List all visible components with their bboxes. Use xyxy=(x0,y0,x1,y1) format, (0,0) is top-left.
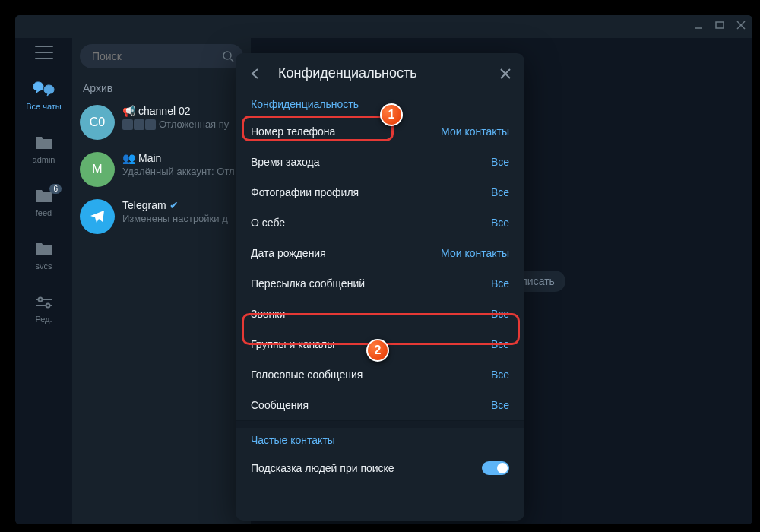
titlebar xyxy=(15,15,752,38)
setting-label: О себе xyxy=(251,217,285,229)
modal-header: Конфиденциальность xyxy=(236,53,524,92)
setting-value: Все xyxy=(491,217,509,229)
chats-icon xyxy=(33,81,55,99)
chat-title: Main xyxy=(138,152,161,164)
annotation-marker-1: 1 xyxy=(380,103,403,126)
setting-value: Мои контакты xyxy=(441,125,509,138)
svg-point-8 xyxy=(223,52,231,59)
group-icon: 👥 xyxy=(122,152,135,164)
search-input[interactable] xyxy=(80,44,243,68)
folder-icon xyxy=(33,240,55,258)
setting-label: Пересылка сообщений xyxy=(251,277,365,290)
megaphone-icon: 📢 xyxy=(122,105,135,117)
close-button[interactable] xyxy=(499,67,512,81)
setting-label: Голосовые сообщения xyxy=(251,369,363,381)
toggle-switch[interactable] xyxy=(482,461,509,475)
chat-subtitle: Удалённый аккаунт: Отл xyxy=(122,166,243,177)
chat-text: Telegram✔ Изменены настройки д xyxy=(122,199,243,234)
folder-badge: 6 xyxy=(49,184,62,194)
setting-label: Фотографии профиля xyxy=(251,186,359,198)
svg-point-7 xyxy=(46,304,49,308)
folder-svcs[interactable]: svcs xyxy=(15,236,72,275)
maximize-button[interactable] xyxy=(714,20,725,33)
menu-button[interactable] xyxy=(35,46,53,59)
setting-label: Дата рождения xyxy=(251,247,326,259)
folder-label: Все чаты xyxy=(26,102,62,111)
sliders-icon xyxy=(33,293,55,312)
chat-subtitle: Отложенная пу xyxy=(159,119,229,130)
search-icon xyxy=(222,50,234,65)
folder-label: svcs xyxy=(36,261,52,271)
avatar xyxy=(80,199,115,234)
chat-item[interactable]: C0 📢channel 02 Отложенная пу xyxy=(72,99,251,146)
folder-all-chats[interactable]: Все чаты xyxy=(15,76,72,116)
folder-admin[interactable]: admin xyxy=(15,129,72,169)
window-close-button[interactable] xyxy=(736,20,746,33)
setting-label: Время захода xyxy=(251,156,320,168)
setting-value: Мои контакты xyxy=(441,247,509,259)
chat-text: 📢channel 02 Отложенная пу xyxy=(122,105,243,140)
folder-icon xyxy=(33,134,55,152)
chat-item[interactable]: Telegram✔ Изменены настройки д xyxy=(72,193,251,240)
folder-label: Ред. xyxy=(35,315,52,324)
modal-title: Конфиденциальность xyxy=(278,65,483,81)
setting-value: Все xyxy=(491,186,509,198)
folder-edit[interactable]: Ред. xyxy=(15,289,72,328)
avatar: M xyxy=(80,152,115,187)
annotation-marker-2: 2 xyxy=(366,339,389,362)
folder-label: feed xyxy=(36,208,52,217)
setting-birthday[interactable]: Дата рожденияМои контакты xyxy=(236,238,524,268)
modal-body[interactable]: Конфиденциальность Номер телефонаМои кон… xyxy=(236,92,524,521)
archive-header[interactable]: Архив xyxy=(72,74,251,99)
setting-calls[interactable]: ЗвонкиВсе xyxy=(236,299,524,329)
setting-photos[interactable]: Фотографии профиляВсе xyxy=(236,177,524,207)
section-header-frequent: Частые контакты xyxy=(236,428,524,452)
back-button[interactable] xyxy=(248,66,263,81)
setting-label: Звонки xyxy=(251,308,285,320)
setting-value: Все xyxy=(491,308,509,320)
svg-rect-1 xyxy=(716,22,724,28)
folder-label: admin xyxy=(33,155,55,164)
chat-subtitle: Изменены настройки д xyxy=(122,213,243,224)
search-wrap xyxy=(72,38,251,74)
svg-line-9 xyxy=(230,59,233,62)
setting-label: Группы и каналы xyxy=(251,338,334,350)
setting-forward[interactable]: Пересылка сообщенийВсе xyxy=(236,268,524,299)
chat-title: channel 02 xyxy=(138,105,191,117)
chat-title: Telegram xyxy=(122,199,166,211)
setting-label: Номер телефона xyxy=(251,125,335,138)
avatar: C0 xyxy=(80,105,115,140)
setting-value: Все xyxy=(491,369,509,381)
setting-value: Все xyxy=(491,399,509,411)
setting-value: Все xyxy=(491,277,509,290)
setting-value: Все xyxy=(491,338,509,350)
setting-voice[interactable]: Голосовые сообщенияВсе xyxy=(236,359,524,390)
folder-sidebar: Все чаты admin 6 feed svcs Ред. xyxy=(15,38,72,524)
setting-phone[interactable]: Номер телефонаМои контакты xyxy=(236,116,524,147)
toggle-label: Подсказка людей при поиске xyxy=(251,462,394,474)
chat-text: 👥Main Удалённый аккаунт: Отл xyxy=(122,152,243,187)
svg-point-5 xyxy=(38,298,42,302)
chat-list: Архив C0 📢channel 02 Отложенная пу M 👥Ma… xyxy=(72,38,251,524)
setting-messages[interactable]: СообщенияВсе xyxy=(236,390,524,420)
msg-thumbs xyxy=(122,119,156,130)
toggle-suggest-people[interactable]: Подсказка людей при поиске xyxy=(236,452,524,484)
setting-value: Все xyxy=(491,156,509,168)
setting-label: Сообщения xyxy=(251,399,309,411)
chat-item[interactable]: M 👥Main Удалённый аккаунт: Отл xyxy=(72,146,251,193)
setting-lastseen[interactable]: Время заходаВсе xyxy=(236,147,524,177)
verified-icon: ✔ xyxy=(169,199,179,211)
privacy-modal: Конфиденциальность Конфиденциальность Но… xyxy=(236,53,524,521)
minimize-button[interactable] xyxy=(693,20,704,33)
folder-feed[interactable]: 6 feed xyxy=(15,182,72,222)
setting-bio[interactable]: О себеВсе xyxy=(236,207,524,238)
section-divider xyxy=(236,420,524,428)
